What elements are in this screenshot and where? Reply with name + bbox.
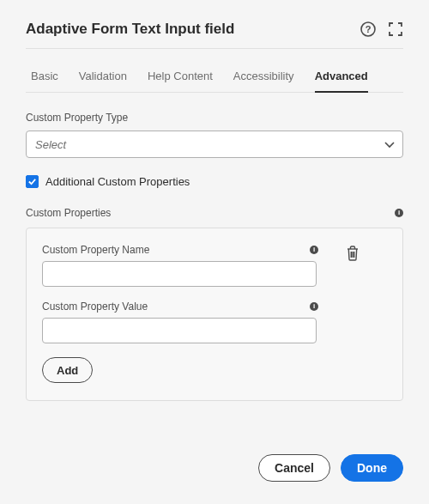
custom-property-type-select-wrap: Select: [26, 131, 403, 158]
property-value-input[interactable]: [42, 318, 317, 343]
property-name-label: Custom Property Name: [42, 244, 149, 256]
additional-properties-label: Additional Custom Properties: [45, 175, 190, 188]
done-button[interactable]: Done: [341, 454, 403, 482]
trash-icon[interactable]: [346, 246, 360, 264]
svg-text:?: ?: [366, 24, 372, 34]
dialog: Adaptive Form Text Input field ? Basic V…: [0, 0, 429, 504]
property-name-field: Custom Property Name i: [42, 244, 387, 287]
custom-properties-panel: Custom Property Name i Custom Property V…: [26, 228, 403, 401]
cancel-button[interactable]: Cancel: [258, 454, 330, 482]
additional-properties-checkbox[interactable]: [26, 175, 39, 188]
info-icon[interactable]: i: [395, 209, 403, 217]
tab-advanced[interactable]: Advanced: [315, 64, 368, 93]
header-icons: ?: [360, 21, 403, 37]
select-placeholder: Select: [35, 138, 66, 151]
property-name-input[interactable]: [42, 261, 317, 287]
tab-basic[interactable]: Basic: [31, 64, 58, 93]
help-icon[interactable]: ?: [360, 21, 376, 37]
additional-properties-row: Additional Custom Properties: [26, 175, 403, 188]
tab-help-content[interactable]: Help Content: [148, 64, 213, 93]
custom-property-type-label: Custom Property Type: [26, 112, 403, 124]
dialog-header: Adaptive Form Text Input field ?: [26, 21, 403, 49]
custom-properties-header: Custom Properties i: [26, 207, 403, 219]
dialog-footer: Cancel Done: [258, 454, 403, 482]
fullscreen-icon[interactable]: [388, 21, 403, 37]
tablist: Basic Validation Help Content Accessibil…: [26, 64, 403, 93]
property-value-field: Custom Property Value i: [42, 301, 387, 343]
info-icon[interactable]: i: [310, 246, 318, 254]
tab-accessibility[interactable]: Accessibility: [233, 64, 294, 93]
tab-validation[interactable]: Validation: [79, 64, 127, 93]
add-button[interactable]: Add: [42, 357, 93, 383]
info-icon[interactable]: i: [310, 302, 318, 311]
custom-properties-label: Custom Properties: [26, 207, 111, 219]
dialog-title: Adaptive Form Text Input field: [26, 21, 234, 38]
property-value-label: Custom Property Value: [42, 301, 148, 313]
custom-property-type-select[interactable]: Select: [26, 131, 403, 158]
